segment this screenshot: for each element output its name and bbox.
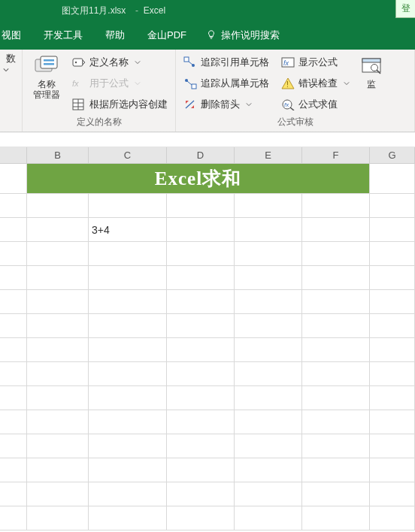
cell[interactable] (302, 194, 370, 218)
cell[interactable] (167, 338, 235, 362)
cell[interactable] (302, 242, 370, 266)
cell[interactable] (27, 290, 89, 314)
define-name-button[interactable]: 定义名称 (69, 53, 171, 72)
cell[interactable] (0, 458, 27, 482)
cell[interactable] (370, 506, 415, 530)
cell[interactable] (235, 458, 302, 482)
column-header-gutter[interactable] (0, 147, 27, 164)
trace-precedents-button[interactable]: 追踪引用单元格 (180, 53, 272, 72)
cell[interactable] (27, 266, 89, 290)
cell[interactable] (89, 290, 167, 314)
formula-bar[interactable] (0, 132, 415, 147)
cell[interactable] (302, 410, 370, 434)
cell[interactable] (89, 482, 167, 506)
cell[interactable] (167, 314, 235, 338)
cell[interactable] (89, 386, 167, 410)
cell[interactable] (0, 362, 27, 386)
cell[interactable] (302, 314, 370, 338)
cell[interactable] (167, 362, 235, 386)
cell[interactable] (167, 290, 235, 314)
cell[interactable] (27, 338, 89, 362)
cell[interactable] (27, 410, 89, 434)
cell[interactable] (370, 458, 415, 482)
error-checking-button[interactable]: ! 错误检查 (278, 74, 353, 93)
show-formulas-button[interactable]: fx 显示公式 (278, 53, 353, 72)
cell[interactable] (0, 338, 27, 362)
cell[interactable] (167, 482, 235, 506)
cell[interactable] (167, 386, 235, 410)
cell[interactable] (235, 194, 302, 218)
cell[interactable] (89, 410, 167, 434)
cell[interactable] (370, 434, 415, 458)
cell[interactable] (167, 194, 235, 218)
cell[interactable] (27, 218, 89, 242)
cell[interactable] (89, 458, 167, 482)
cell[interactable] (235, 338, 302, 362)
cell[interactable] (302, 386, 370, 410)
cell[interactable] (27, 506, 89, 530)
cell[interactable] (302, 434, 370, 458)
cell[interactable] (302, 290, 370, 314)
cell[interactable] (235, 362, 302, 386)
signin-badge[interactable]: 登 (395, 0, 415, 18)
cell[interactable] (27, 386, 89, 410)
cell[interactable] (235, 290, 302, 314)
cell[interactable] (302, 266, 370, 290)
watch-window-button[interactable]: 监 (359, 53, 383, 114)
tab-jinshan-pdf[interactable]: 金山PDF (144, 23, 189, 48)
column-header-B[interactable]: B (27, 147, 89, 164)
cell[interactable] (167, 410, 235, 434)
cell[interactable] (167, 458, 235, 482)
cell[interactable] (235, 218, 302, 242)
cell[interactable] (27, 434, 89, 458)
evaluate-formula-button[interactable]: fx 公式求值 (278, 95, 353, 114)
cell[interactable] (235, 266, 302, 290)
cell[interactable] (89, 338, 167, 362)
column-header-C[interactable]: C (89, 147, 167, 164)
cell[interactable] (0, 242, 27, 266)
cell[interactable] (370, 482, 415, 506)
cell[interactable] (370, 218, 415, 242)
cell[interactable] (370, 338, 415, 362)
tab-help[interactable]: 帮助 (102, 23, 128, 48)
cell[interactable] (235, 386, 302, 410)
cell[interactable] (370, 164, 415, 194)
column-header-E[interactable]: E (235, 147, 302, 164)
cell[interactable] (89, 434, 167, 458)
cell[interactable] (302, 338, 370, 362)
cell[interactable] (0, 386, 27, 410)
create-from-selection-button[interactable]: 根据所选内容创建 (69, 95, 171, 114)
cell[interactable] (27, 482, 89, 506)
cell[interactable] (235, 410, 302, 434)
cell[interactable] (0, 506, 27, 530)
cell[interactable] (302, 482, 370, 506)
cell[interactable] (302, 218, 370, 242)
cell[interactable] (167, 242, 235, 266)
cell[interactable] (0, 482, 27, 506)
cell[interactable]: 3+4 (89, 218, 167, 242)
cell[interactable] (370, 410, 415, 434)
cell[interactable] (89, 362, 167, 386)
column-header-F[interactable]: F (302, 147, 370, 164)
column-header-D[interactable]: D (167, 147, 235, 164)
name-manager-button[interactable]: 名称 管理器 (27, 53, 66, 114)
tab-developer[interactable]: 开发工具 (41, 23, 86, 48)
cell[interactable] (302, 362, 370, 386)
cell[interactable] (235, 242, 302, 266)
cell[interactable] (89, 266, 167, 290)
cell[interactable] (302, 506, 370, 530)
cell[interactable] (89, 314, 167, 338)
cell[interactable] (27, 362, 89, 386)
cell[interactable] (0, 218, 27, 242)
chevron-down-icon[interactable] (134, 59, 141, 66)
tell-me-search[interactable]: 操作说明搜索 (206, 29, 280, 42)
cell[interactable] (27, 242, 89, 266)
tab-view[interactable]: 视图 (0, 23, 24, 48)
cell[interactable] (0, 164, 27, 194)
cell[interactable] (0, 290, 27, 314)
cell[interactable] (27, 314, 89, 338)
cell[interactable] (302, 458, 370, 482)
chevron-down-icon[interactable] (2, 66, 10, 74)
cell[interactable] (370, 386, 415, 410)
cell[interactable] (370, 314, 415, 338)
